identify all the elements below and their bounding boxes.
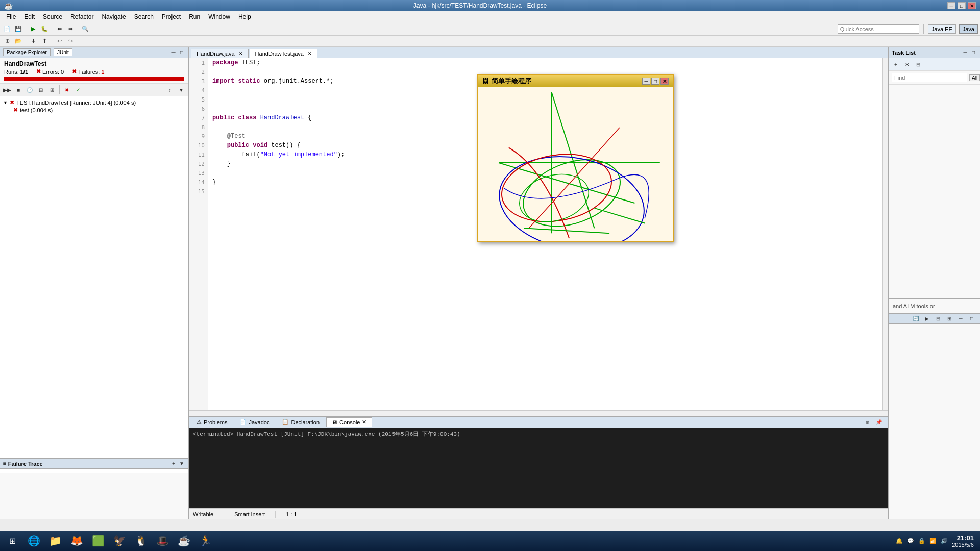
clock-date: 2015/5/6 (952, 542, 974, 548)
menu-help[interactable]: Help (234, 12, 255, 21)
rl-btn3[interactable]: ⊟ (933, 314, 943, 324)
java-app[interactable]: ☕ (174, 532, 194, 550)
app5[interactable]: 🟩 (88, 532, 108, 550)
start-button[interactable]: ⊞ (2, 532, 22, 550)
explorer-app[interactable]: 📁 (45, 532, 65, 550)
draw-close-button[interactable]: ✕ (660, 78, 669, 85)
new-button[interactable]: 📄 (2, 24, 12, 34)
rl-btn5[interactable]: ─ (955, 314, 966, 324)
run-button[interactable]: ▶ (28, 24, 38, 34)
minimize-button[interactable]: ─ (947, 2, 955, 9)
menu-window[interactable]: Window (204, 12, 234, 21)
taskbar-right: 🔔 💬 🔒 📶 🔊 21:01 2015/5/6 (896, 534, 978, 548)
task-list-minimize[interactable]: ─ (962, 49, 969, 56)
app6[interactable]: 🦅 (109, 532, 130, 550)
junit-sort-button[interactable]: ↕ (165, 85, 175, 95)
close-handdrawtest-tab[interactable]: ✕ (308, 51, 312, 56)
console-pin-button[interactable]: 📌 (874, 417, 884, 428)
junit-stop-button[interactable]: ■ (13, 85, 23, 95)
menu-source[interactable]: Source (39, 12, 66, 21)
tab-javadoc[interactable]: 📄 Javadoc (234, 417, 275, 427)
junit-show-fail-button[interactable]: ✖ (62, 85, 72, 95)
draw-canvas[interactable] (478, 87, 673, 241)
next-edit-button[interactable]: ↪ (65, 36, 76, 46)
right-lower-panel: ≡ 🔄 ▶ ⊟ ⊞ ─ □ (889, 313, 980, 519)
tab-handdrawtest-java[interactable]: HandDrawTest.java ✕ (250, 49, 317, 58)
console-clear-button[interactable]: 🗑 (863, 417, 873, 428)
trace-filter-button[interactable]: ▼ (178, 460, 185, 467)
junit-menu-button[interactable]: ▼ (176, 85, 186, 95)
back-button[interactable]: ⬅ (54, 24, 64, 34)
editor-scrollbar-h[interactable] (189, 410, 888, 416)
line-8: 8 (189, 122, 208, 132)
maximize-button[interactable]: □ (958, 2, 966, 9)
junit-expand-button[interactable]: ⊞ (47, 85, 57, 95)
menu-edit[interactable]: Edit (20, 12, 39, 21)
draw-window-controls: ─ □ ✕ (642, 78, 669, 85)
junit-test-item[interactable]: ✖ test (0.004 s) (12, 106, 186, 114)
tab-junit[interactable]: JUnit (54, 48, 72, 56)
task-search-input[interactable] (892, 73, 967, 82)
toolbar-sep-1 (26, 24, 26, 34)
task-new-button[interactable]: + (891, 59, 901, 69)
line-1: 1 (189, 58, 208, 67)
rl-btn1[interactable]: 🔄 (911, 314, 921, 324)
draw-minimize-button[interactable]: ─ (642, 78, 650, 85)
save-button[interactable]: 💾 (13, 24, 23, 34)
close-handdraw-tab[interactable]: ✕ (239, 51, 243, 56)
close-button[interactable]: ✕ (968, 2, 976, 9)
menu-navigate[interactable]: Navigate (97, 12, 130, 21)
junit-rerun-button[interactable]: ▶▶ (2, 85, 12, 95)
tab-handdraw-java[interactable]: HandDraw.java ✕ (191, 49, 249, 58)
task-collapse-button[interactable]: ⊟ (913, 59, 923, 69)
quick-access-input[interactable] (838, 24, 919, 34)
java-perspective[interactable]: Java (959, 24, 978, 34)
line-12: 12 (189, 159, 208, 168)
rl-btn4[interactable]: ⊞ (944, 314, 954, 324)
ie-app[interactable]: 🌐 (23, 532, 44, 550)
close-console-tab[interactable]: ✕ (362, 419, 366, 425)
tab-declaration[interactable]: 📋 Declaration (276, 417, 325, 427)
next-annotation-button[interactable]: ⬇ (28, 36, 38, 46)
draw-maximize-button[interactable]: □ (651, 78, 659, 85)
task-all-button[interactable]: All (969, 74, 980, 81)
tab-problems[interactable]: ⚠ Problems (191, 417, 233, 427)
maximize-panel-button[interactable]: □ (178, 49, 185, 56)
menu-search[interactable]: Search (130, 12, 158, 21)
rl-btn2[interactable]: ▶ (922, 314, 932, 324)
java-ee-perspective[interactable]: Java EE (928, 24, 956, 34)
minimize-panel-button[interactable]: ─ (170, 49, 177, 56)
app10[interactable]: 🏃 (195, 532, 215, 550)
draw-window-titlebar[interactable]: 🖼 简单手绘程序 ─ □ ✕ (478, 75, 673, 87)
menu-refactor[interactable]: Refactor (66, 12, 97, 21)
forward-button[interactable]: ➡ (65, 24, 76, 34)
last-edit-button[interactable]: ↩ (54, 36, 64, 46)
firefox-app[interactable]: 🦊 (66, 532, 87, 550)
search-button[interactable]: 🔍 (80, 24, 90, 34)
draw-svg (478, 87, 673, 241)
sys-icon-3: 🔒 (918, 538, 925, 544)
junit-collapse-button[interactable]: ⊟ (36, 85, 46, 95)
linux-app[interactable]: 🐧 (131, 532, 151, 550)
tab-package-explorer[interactable]: Package Explorer (3, 48, 51, 56)
line-3: 3 (189, 77, 208, 86)
task-list-maximize[interactable]: □ (970, 49, 977, 56)
app8[interactable]: 🎩 (152, 532, 173, 550)
open-type-button[interactable]: ⊕ (2, 36, 12, 46)
menu-run[interactable]: Run (185, 12, 204, 21)
javadoc-label: Javadoc (249, 419, 270, 425)
editor-scrollbar-v[interactable] (882, 58, 888, 410)
prev-annotation-button[interactable]: ⬆ (39, 36, 50, 46)
open-resource-button[interactable]: 📂 (13, 36, 23, 46)
junit-history-button[interactable]: 🕐 (24, 85, 35, 95)
junit-show-pass-button[interactable]: ✓ (73, 85, 83, 95)
menu-project[interactable]: Project (158, 12, 185, 21)
tab-console[interactable]: 🖥 Console ✕ (326, 417, 372, 427)
debug-button[interactable]: 🐛 (39, 24, 50, 34)
rl-btn6[interactable]: □ (967, 314, 977, 324)
junit-suite-item[interactable]: ▼ ✖ TEST.HandDrawTest [Runner: JUnit 4] … (2, 98, 186, 106)
task-delete-button[interactable]: ✕ (902, 59, 912, 69)
trace-add-button[interactable]: + (170, 460, 177, 467)
menu-file[interactable]: File (2, 12, 20, 21)
failures-value: 1 (101, 69, 104, 75)
